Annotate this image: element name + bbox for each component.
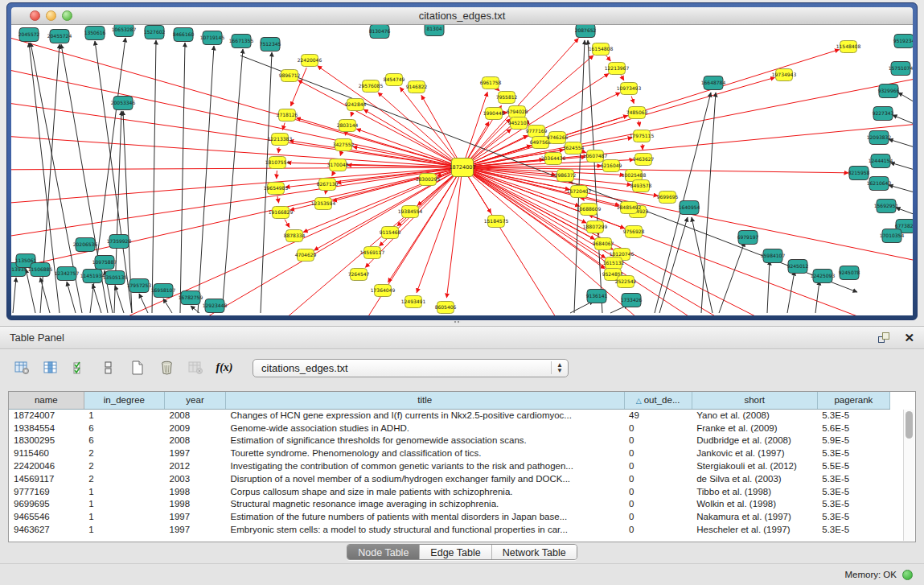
graph-node[interactable]: 9777169 xyxy=(526,126,548,138)
table-cell[interactable]: Nakamura et al. (1997) xyxy=(692,510,817,523)
table-cell[interactable]: Genome-wide association studies in ADHD. xyxy=(226,422,625,435)
table-settings-button[interactable] xyxy=(10,357,34,378)
graph-node[interactable]: 16782759 xyxy=(179,291,203,305)
tab-edge-table[interactable]: Edge Table xyxy=(420,545,491,559)
row-height-button[interactable] xyxy=(97,357,121,378)
graph-node[interactable]: 2522542 xyxy=(615,276,637,288)
table-cell[interactable]: 18724007 xyxy=(9,409,84,422)
table-cell[interactable]: 1998 xyxy=(165,485,226,498)
graph-node[interactable]: 1615132 xyxy=(603,257,625,270)
graph-node[interactable]: 1990448 xyxy=(483,108,505,120)
graph-node[interactable]: 12923448 xyxy=(203,299,228,313)
table-cell[interactable]: Structural magnetic resonance image aver… xyxy=(226,498,625,511)
graph-node[interactable]: 12213967 xyxy=(605,63,630,75)
graph-node[interactable]: 15720407 xyxy=(567,186,592,198)
graph-node[interactable]: 6979197 xyxy=(737,231,759,245)
table-cell[interactable]: 1997 xyxy=(165,510,226,523)
graph-node[interactable]: 12444154 xyxy=(869,154,893,168)
delete-table-button[interactable] xyxy=(183,357,207,378)
window-titlebar[interactable]: citations_edges.txt xyxy=(11,7,913,25)
graph-node[interactable]: 12342757 xyxy=(55,267,80,281)
graph-node[interactable]: 19734943 xyxy=(772,69,797,81)
tab-node-table[interactable]: Node Table xyxy=(347,545,420,559)
graph-node[interactable]: 14569117 xyxy=(360,247,385,259)
table-cell[interactable]: Disruption of a novel member of a sodium… xyxy=(226,472,625,485)
table-cell[interactable]: 2 xyxy=(84,472,164,485)
graph-node[interactable]: 19654985 xyxy=(264,183,289,195)
graph-node[interactable]: 8130476 xyxy=(369,25,391,39)
graph-node[interactable]: 1350616 xyxy=(84,27,106,40)
table-row[interactable]: 1456911722003Disruption of a novel membe… xyxy=(9,472,890,485)
table-row[interactable]: 946554611997Estimation of the future num… xyxy=(9,510,890,523)
graph-node[interactable]: 3624554 xyxy=(563,142,585,154)
close-panel-icon[interactable]: ✕ xyxy=(904,332,914,344)
graph-node[interactable]: 15751074 xyxy=(889,62,913,76)
node-table[interactable]: namein_degreeyeartitle△out_de...shortpag… xyxy=(8,391,916,542)
graph-node[interactable]: 8454749 xyxy=(384,74,405,86)
graph-node[interactable]: 3170048 xyxy=(327,159,349,171)
table-scrollbar-thumb[interactable] xyxy=(906,411,913,439)
graph-node[interactable]: 15184575 xyxy=(484,216,509,228)
table-cell[interactable]: 1 xyxy=(84,510,164,523)
graph-node[interactable]: 20455724 xyxy=(47,30,72,43)
graph-node[interactable]: 17975115 xyxy=(630,130,655,142)
graph-node[interactable]: 17359928 xyxy=(107,235,132,249)
graph-node[interactable]: 9245012 xyxy=(787,260,809,274)
float-window-icon[interactable] xyxy=(878,332,889,343)
graph-node[interactable]: 17010354 xyxy=(880,229,905,243)
graph-node[interactable]: 2045572 xyxy=(18,28,40,42)
graph-node[interactable]: 9463627 xyxy=(633,154,655,166)
table-cell[interactable]: 14569117 xyxy=(9,472,84,485)
table-cell[interactable]: 49 xyxy=(624,409,692,422)
table-cell[interactable]: 0 xyxy=(624,485,692,498)
graph-node[interactable]: 19384554 xyxy=(398,206,423,218)
column-header-short[interactable]: short xyxy=(692,392,817,409)
table-cell[interactable]: 1997 xyxy=(165,523,226,536)
graph-node[interactable]: 12493491 xyxy=(401,296,426,308)
table-cell[interactable]: Jankovic et al. (1997) xyxy=(692,447,817,459)
graph-node[interactable]: 7955812 xyxy=(496,92,518,104)
table-cell[interactable]: 18300295 xyxy=(9,435,84,447)
graph-node[interactable]: 9329966 xyxy=(878,84,900,98)
graph-node[interactable]: 3427552 xyxy=(333,139,355,151)
table-cell[interactable]: Hescheler et al. (1997) xyxy=(692,523,817,536)
create-table-button[interactable] xyxy=(125,357,150,378)
table-scrollbar[interactable] xyxy=(903,410,914,541)
table-cell[interactable]: Tibbo et al. (1998) xyxy=(692,485,817,498)
column-header-year[interactable]: year xyxy=(165,392,226,409)
table-cell[interactable]: Wolkin et al. (1998) xyxy=(692,498,817,511)
table-cell[interactable]: 0 xyxy=(624,472,692,485)
table-row[interactable]: 1938455462009Genome-wide association stu… xyxy=(9,422,890,435)
table-cell[interactable]: 5.3E-5 xyxy=(817,523,889,536)
graph-node[interactable]: 29576085 xyxy=(359,80,384,93)
table-cell[interactable]: 1 xyxy=(84,498,164,511)
table-cell[interactable]: Investigating the contribution of common… xyxy=(226,459,625,472)
graph-node[interactable]: 9746266 xyxy=(547,132,569,144)
graph-node[interactable]: 9146822 xyxy=(406,81,428,93)
graph-node[interactable]: 19166829 xyxy=(269,207,294,219)
column-header-pagerank[interactable]: pagerank xyxy=(817,392,889,409)
table-cell[interactable]: 5.9E-5 xyxy=(817,435,889,447)
table-cell[interactable]: 0 xyxy=(624,523,692,536)
table-cell[interactable]: 0 xyxy=(624,422,692,435)
table-cell[interactable]: 2012 xyxy=(165,459,226,472)
graph-node[interactable]: 8878334 xyxy=(284,230,306,242)
table-cell[interactable]: 9777169 xyxy=(9,485,84,498)
table-cell[interactable]: 2009 xyxy=(165,422,226,435)
graph-node[interactable]: 9115460 xyxy=(380,227,401,239)
graph-node[interactable]: 81304 xyxy=(425,25,444,36)
graph-node[interactable]: 10653287 xyxy=(112,25,137,37)
graph-node[interactable]: 2803144 xyxy=(337,120,359,132)
network-canvas[interactable]: 2045572204557241350616106532871527602846… xyxy=(11,25,913,315)
graph-node[interactable]: 12093832 xyxy=(867,131,892,145)
table-cell[interactable]: 5.3E-5 xyxy=(817,485,889,498)
table-cell[interactable]: 5.3E-5 xyxy=(817,409,889,422)
graph-node[interactable]: 9227343 xyxy=(873,107,894,121)
graph-node[interactable]: 8605406 xyxy=(435,302,457,314)
table-cell[interactable]: 0 xyxy=(624,459,692,472)
graph-node[interactable]: 17957253 xyxy=(127,279,152,293)
graph-node[interactable]: 9896712 xyxy=(279,70,301,82)
graph-node[interactable]: 10973493 xyxy=(617,83,642,95)
table-cell[interactable]: Estimation of the future numbers of pati… xyxy=(226,510,625,523)
table-cell[interactable]: 2 xyxy=(84,459,164,472)
